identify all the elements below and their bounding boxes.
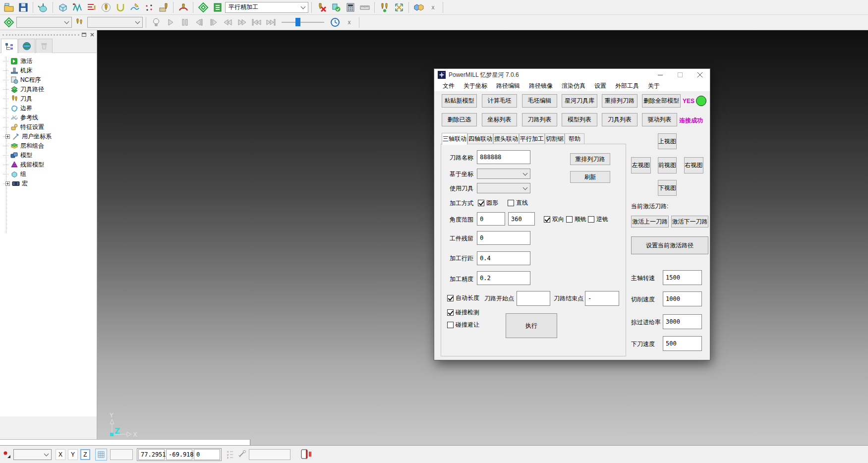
close-button[interactable] bbox=[690, 69, 710, 81]
menu-about[interactable]: 关于 bbox=[643, 82, 664, 90]
sim-time-button[interactable] bbox=[328, 16, 342, 29]
start-point-input[interactable] bbox=[517, 291, 550, 306]
line-mode-checkbox[interactable]: 直线 bbox=[508, 199, 528, 207]
view-top-button[interactable]: 上视图 bbox=[658, 133, 677, 149]
measure-field[interactable] bbox=[249, 449, 290, 460]
stock-allowance-input[interactable]: 0 bbox=[477, 231, 530, 245]
expand-plus-icon[interactable] bbox=[5, 181, 10, 186]
skim-feed-input[interactable]: 3000 bbox=[663, 314, 702, 329]
fast-forward-button[interactable] bbox=[235, 16, 249, 29]
play-button[interactable] bbox=[164, 16, 177, 29]
grid-size-field[interactable] bbox=[110, 449, 133, 460]
tree-item-groups[interactable]: 组 bbox=[0, 170, 97, 179]
collision-avoid-checkbox[interactable]: 碰撞避让 bbox=[447, 321, 479, 329]
calculator-button[interactable] bbox=[344, 1, 357, 14]
workplane-dropdown[interactable] bbox=[13, 449, 52, 460]
cutting-feed-input[interactable]: 1000 bbox=[663, 291, 702, 306]
powermill-logo-button[interactable] bbox=[196, 1, 210, 14]
delete-selected-button[interactable]: 删除已选 bbox=[442, 113, 477, 126]
menu-file[interactable]: 文件 bbox=[438, 82, 459, 90]
toolpath-name-input[interactable]: 888888 bbox=[477, 150, 530, 164]
pour-tool-button[interactable] bbox=[36, 1, 50, 14]
minimize-button[interactable] bbox=[650, 69, 670, 81]
expand-plus-icon[interactable] bbox=[5, 134, 10, 139]
tree-item-macros[interactable]: 宏 bbox=[0, 179, 97, 188]
panel-grip[interactable] bbox=[2, 34, 79, 36]
calc-stock-button[interactable]: 计算毛坯 bbox=[482, 94, 517, 108]
coord-list-button[interactable]: 坐标列表 bbox=[482, 113, 517, 126]
scale-button[interactable] bbox=[392, 1, 405, 14]
tree-item-tools[interactable]: 刀具 bbox=[0, 94, 97, 104]
view-right-button[interactable]: 右视图 bbox=[684, 157, 703, 174]
delete-all-models-button[interactable]: 删除全部模型 bbox=[642, 94, 681, 108]
tab-4axis[interactable]: 四轴联动 bbox=[467, 133, 493, 144]
pause-button[interactable] bbox=[178, 16, 191, 29]
delete-tool-button[interactable] bbox=[315, 1, 328, 14]
tab-recycle-bin[interactable] bbox=[36, 39, 53, 53]
tab-explorer-tree[interactable] bbox=[1, 39, 18, 54]
base-coord-select[interactable] bbox=[477, 169, 530, 179]
strategy-dropdown[interactable]: 平行精加工 bbox=[225, 2, 308, 13]
tool-pair-button[interactable] bbox=[378, 1, 391, 14]
tab-cutting-saw[interactable]: 切割锯 bbox=[545, 133, 565, 144]
auto-length-checkbox[interactable]: 自动长度 bbox=[447, 294, 479, 302]
stepover-input[interactable]: 0.4 bbox=[477, 251, 530, 265]
execute-button[interactable]: 执行 bbox=[506, 313, 557, 338]
circle-mode-checkbox[interactable]: 圆形 bbox=[478, 199, 498, 207]
tree-item-toolpaths[interactable]: 刀具路径 bbox=[0, 85, 97, 94]
xyz-readout-button[interactable]: xyz bbox=[227, 450, 235, 461]
compare-models-button[interactable] bbox=[412, 1, 425, 14]
model-list-button[interactable]: 模型列表 bbox=[562, 113, 597, 126]
end-point-input[interactable]: - bbox=[585, 291, 619, 306]
open-project-button[interactable] bbox=[2, 1, 15, 14]
rewind-button[interactable] bbox=[221, 16, 234, 29]
skip-to-start-button[interactable] bbox=[250, 16, 263, 29]
angle-to-input[interactable]: 360 bbox=[508, 212, 535, 226]
conventional-mill-checkbox[interactable]: 逆铣 bbox=[588, 215, 608, 224]
collision-check-checkbox[interactable]: 碰撞检测 bbox=[447, 308, 479, 317]
menu-path-mirror[interactable]: 路径镜像 bbox=[524, 82, 557, 90]
view-left-button[interactable]: 左视图 bbox=[631, 157, 651, 174]
maximize-button[interactable] bbox=[670, 69, 690, 81]
panel-refresh-button[interactable]: 刷新 bbox=[570, 171, 610, 183]
tool-button[interactable] bbox=[99, 1, 113, 14]
activate-next-toolpath-button[interactable]: 激活下一刀路 bbox=[671, 216, 708, 228]
axis-x-button[interactable]: X bbox=[56, 449, 65, 460]
drive-list-button[interactable]: 驱动列表 bbox=[642, 113, 677, 126]
sim-tool-dropdown[interactable] bbox=[87, 17, 143, 28]
menu-path-edit[interactable]: 路径编辑 bbox=[492, 82, 524, 90]
tree-item-nc-program[interactable]: NC程序 bbox=[0, 75, 97, 85]
tab-swivel-head[interactable]: 摆头联动 bbox=[493, 133, 519, 144]
shade-toggle-button[interactable] bbox=[149, 16, 163, 29]
slider-handle[interactable] bbox=[295, 18, 300, 26]
step-forward-button[interactable] bbox=[207, 16, 220, 29]
pattern-button[interactable] bbox=[128, 1, 141, 14]
tab-3axis[interactable]: 三轴联动 bbox=[442, 133, 467, 145]
tool-library-button[interactable]: 星河刀具库 bbox=[562, 94, 597, 108]
save-project-button[interactable] bbox=[16, 1, 30, 14]
simulate-button[interactable] bbox=[176, 1, 190, 14]
view-front-button[interactable]: 前视图 bbox=[658, 157, 677, 174]
menu-external-tools[interactable]: 外部工具 bbox=[611, 82, 643, 90]
verify-tool-button[interactable] bbox=[329, 1, 343, 14]
tool-list-button[interactable]: 刀具列表 bbox=[602, 113, 637, 126]
tree-item-workplanes[interactable]: 用户坐标系 bbox=[0, 132, 97, 141]
reorder-toolpaths-button[interactable]: 重排列刀路 bbox=[602, 94, 637, 108]
block-button[interactable] bbox=[56, 1, 69, 14]
tree-item-models[interactable]: 模型 bbox=[0, 151, 97, 160]
panel-float-button[interactable] bbox=[81, 32, 87, 38]
toolpath-edit-button[interactable] bbox=[85, 1, 98, 14]
stock-edit-button[interactable]: 毛坯编辑 bbox=[522, 94, 557, 108]
axis-y-button[interactable]: Y bbox=[68, 449, 78, 460]
measure-button[interactable] bbox=[358, 1, 371, 14]
tolerance-input[interactable]: 0.2 bbox=[477, 271, 530, 285]
tree-item-feature-sets[interactable]: 特征设置 bbox=[0, 122, 97, 132]
tree-item-stock-models[interactable]: 残留模型 bbox=[0, 160, 97, 170]
axis-z-button[interactable]: Z bbox=[80, 449, 90, 460]
menu-settings[interactable]: 设置 bbox=[590, 82, 611, 90]
sim-toolpath-dropdown[interactable] bbox=[16, 17, 72, 28]
tree-item-machine[interactable]: 机床 bbox=[0, 66, 97, 75]
simulation-logo-button[interactable] bbox=[2, 16, 15, 29]
tree-item-activate[interactable]: 激活 bbox=[0, 57, 97, 66]
feedrate-button[interactable] bbox=[70, 1, 84, 14]
